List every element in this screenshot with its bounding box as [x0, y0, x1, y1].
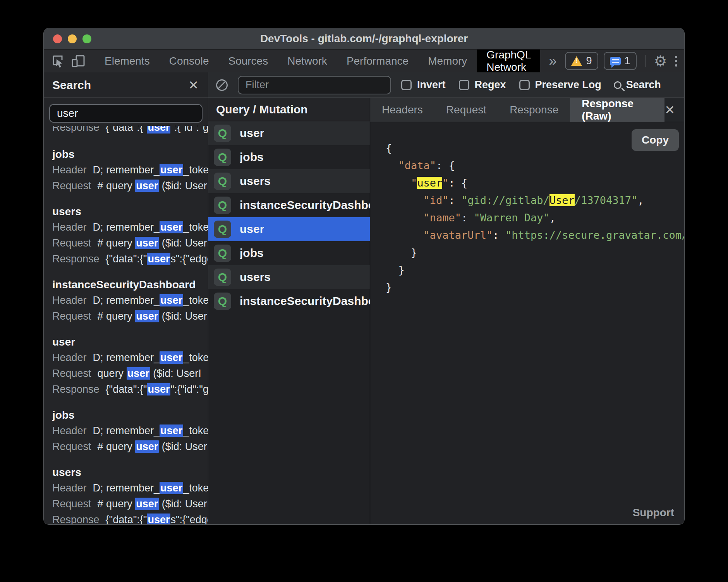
filter-input[interactable]: [238, 76, 391, 94]
checkbox-preserve-log[interactable]: Preserve Log: [519, 79, 601, 91]
response-tab-response[interactable]: Response: [498, 98, 570, 122]
response-tab-request[interactable]: Request: [434, 98, 498, 122]
toolbar-search[interactable]: Search: [614, 79, 661, 91]
search-result-group[interactable]: userHeaderD; remember_user_token=eReques…: [52, 334, 208, 397]
response-tab-headers[interactable]: Headers: [370, 98, 434, 122]
search-match-highlight: user: [135, 498, 159, 510]
result-group-title: user: [52, 334, 208, 350]
result-line-response[interactable]: Response{"data":{"users":{"edges: [52, 251, 208, 267]
tab-network[interactable]: Network: [278, 50, 337, 72]
search-match-highlight: user: [135, 440, 159, 453]
search-result-group[interactable]: jobsHeaderD; remember_user_token=eReques…: [52, 407, 208, 455]
result-line-response[interactable]: Response{"data":{"users":{"edges: [52, 512, 208, 524]
query-row-instancesecuritydashboard[interactable]: QinstanceSecurityDashboard: [208, 193, 370, 217]
query-row-users[interactable]: Qusers: [208, 265, 370, 289]
response-tab-response-raw[interactable]: Response (Raw): [570, 98, 664, 122]
result-line-header[interactable]: HeaderD; remember_user_token=e: [52, 480, 208, 496]
search-match-highlight: user: [147, 383, 170, 395]
checkbox-box[interactable]: [401, 80, 412, 90]
search-match-highlight: user: [135, 180, 159, 192]
search-match-highlight: user: [147, 126, 170, 134]
response-panel: HeadersRequestResponseResponse (Raw) ✕ C…: [370, 98, 684, 524]
copy-button[interactable]: Copy: [632, 129, 679, 151]
result-group-title: jobs: [52, 146, 208, 162]
tab-console[interactable]: Console: [160, 50, 219, 72]
kebab-menu-icon[interactable]: [673, 56, 680, 67]
query-type-badge: Q: [214, 245, 231, 262]
search-panel-title: Search: [52, 79, 91, 92]
clipped-result-row[interactable]: Response{"data":{"user":{"id":"gi: [52, 126, 208, 137]
more-tabs-chevron[interactable]: »: [540, 50, 565, 72]
query-type-badge: Q: [214, 173, 231, 190]
search-result-group[interactable]: jobsHeaderD; remember_user_token=eReques…: [52, 146, 208, 194]
result-line-request[interactable]: Request# query user ($id: UserI: [52, 178, 208, 194]
query-type-badge: Q: [214, 125, 231, 142]
tab-sources[interactable]: Sources: [218, 50, 278, 72]
result-line-header[interactable]: HeaderD; remember_user_token=e: [52, 350, 208, 366]
json-line: "data": {: [386, 157, 684, 174]
search-result-group[interactable]: usersHeaderD; remember_user_token=eReque…: [52, 204, 208, 267]
warnings-badge[interactable]: 9: [565, 52, 598, 70]
support-link[interactable]: Support: [633, 507, 674, 519]
search-result-group[interactable]: usersHeaderD; remember_user_token=eReque…: [52, 464, 208, 524]
close-search-icon[interactable]: ✕: [188, 79, 199, 91]
traffic-lights: [53, 28, 91, 49]
window-title: DevTools - gitlab.com/-/graphql-explorer: [260, 33, 468, 45]
minimize-window-button[interactable]: [68, 34, 77, 43]
clear-log-icon[interactable]: [216, 79, 228, 91]
checkbox-regex[interactable]: Regex: [459, 79, 506, 91]
checkbox-invert[interactable]: Invert: [401, 79, 446, 91]
json-search-highlight: User: [549, 194, 575, 206]
json-viewer: Copy { "data": { "user": { "id": "gid://…: [370, 122, 684, 524]
search-result-group[interactable]: instanceSecurityDashboardHeaderD; rememb…: [52, 277, 208, 324]
zoom-window-button[interactable]: [82, 34, 91, 43]
search-match-highlight: user: [147, 253, 170, 265]
response-tabs: HeadersRequestResponseResponse (Raw): [370, 98, 664, 122]
result-line-request[interactable]: Request# query user ($id: UserI: [52, 439, 208, 455]
result-line-request[interactable]: Requestquery user ($id: UserI: [52, 366, 208, 382]
json-line: "user": {: [386, 174, 684, 192]
query-row-user[interactable]: Quser: [208, 121, 370, 145]
result-line-request[interactable]: Request# query user ($id: UserI: [52, 235, 208, 251]
result-line-request[interactable]: Request# query user ($id: UserI: [52, 496, 208, 512]
close-detail-icon[interactable]: ✕: [664, 104, 675, 116]
json-line: "avatarUrl": "https://secure.gravatar.co…: [386, 226, 684, 244]
checkbox-box[interactable]: [519, 80, 530, 90]
result-line-label: Header: [52, 425, 87, 436]
search-match-highlight: user: [135, 237, 159, 249]
query-mutation-panel: Query / Mutation QuserQjobsQusersQinstan…: [208, 98, 370, 524]
checkbox-label: Invert: [417, 79, 446, 91]
messages-badge[interactable]: 1: [604, 52, 637, 70]
tab-memory[interactable]: Memory: [418, 50, 477, 72]
search-input[interactable]: [49, 104, 203, 123]
result-line-label: Response: [52, 126, 100, 133]
query-row-user-selected[interactable]: Quser: [208, 217, 370, 241]
tab-graphql-network[interactable]: GraphQL Network: [477, 50, 540, 72]
query-row-jobs[interactable]: Qjobs: [208, 145, 370, 169]
tab-performance[interactable]: Performance: [337, 50, 418, 72]
toggle-device-toolbar-icon[interactable]: [71, 54, 86, 68]
json-line: }: [386, 261, 684, 279]
checkbox-box[interactable]: [459, 80, 469, 90]
query-row-instancesecuritydashboard[interactable]: QinstanceSecurityDashboard: [208, 289, 370, 313]
search-match-highlight: user: [160, 482, 183, 494]
result-line-response[interactable]: Response{"data":{"user":{"id":"gi: [52, 126, 208, 135]
close-window-button[interactable]: [53, 34, 62, 43]
query-row-jobs[interactable]: Qjobs: [208, 241, 370, 265]
result-line-header[interactable]: HeaderD; remember_user_token=e: [52, 219, 208, 235]
json-line: }: [386, 244, 684, 261]
result-line-header[interactable]: HeaderD; remember_user_token=e: [52, 162, 208, 178]
inspect-element-icon[interactable]: [51, 54, 65, 68]
query-type-badge: Q: [214, 197, 231, 214]
search-match-highlight: user: [160, 351, 183, 364]
result-line-header[interactable]: HeaderD; remember_user_token=e: [52, 293, 208, 308]
result-line-label: Header: [52, 294, 87, 306]
result-line-request[interactable]: Request# query user ($id: UserI: [52, 308, 208, 324]
result-line-header[interactable]: HeaderD; remember_user_token=e: [52, 423, 208, 439]
devtools-tab-bar: ElementsConsoleSourcesNetworkPerformance…: [44, 49, 684, 72]
tab-elements[interactable]: Elements: [95, 50, 160, 72]
result-group-title: instanceSecurityDashboard: [52, 277, 208, 293]
result-line-response[interactable]: Response{"data":{"user":{"id":"gid: [52, 382, 208, 397]
query-row-users[interactable]: Qusers: [208, 169, 370, 193]
settings-gear-icon[interactable]: ⚙: [654, 54, 667, 68]
